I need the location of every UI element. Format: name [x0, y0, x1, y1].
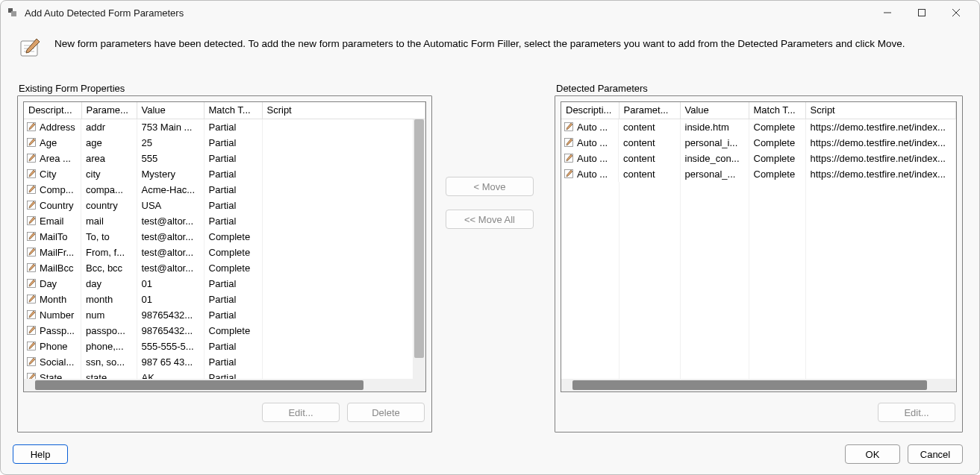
table-row-empty: [561, 198, 956, 213]
cancel-button[interactable]: Cancel: [908, 444, 963, 464]
table-row[interactable]: Auto ...contentpersonal_i...Completehttp…: [561, 135, 956, 151]
cell-value: test@altor...: [137, 260, 204, 276]
table-row[interactable]: MailFr...From, f...test@altor...Complete: [24, 245, 425, 260]
move-button[interactable]: < Move: [446, 177, 534, 196]
table-row[interactable]: MailToTo, totest@altor...Complete: [24, 229, 425, 245]
horizontal-scrollbar[interactable]: [24, 379, 425, 391]
cell-match: Partial: [204, 276, 262, 292]
table-row[interactable]: Comp...compa...Acme-Hac...Partial: [24, 182, 425, 198]
ok-button[interactable]: OK: [845, 444, 900, 464]
table-row[interactable]: Auto ...contentinside.htmCompletehttps:/…: [561, 119, 956, 135]
cell-value: 555: [137, 151, 204, 166]
table-row-empty: [561, 354, 956, 370]
maximize-button[interactable]: [905, 1, 939, 25]
table-row[interactable]: Emailmailtest@altor...Partial: [24, 213, 425, 229]
cell-description: MailFr...: [24, 245, 81, 260]
svg-rect-1: [11, 11, 16, 16]
table-row[interactable]: CountrycountryUSAPartial: [24, 198, 425, 213]
table-row[interactable]: Phonephone,...555-555-5...Partial: [24, 339, 425, 354]
close-button[interactable]: [939, 1, 973, 25]
vertical-scrollbar[interactable]: [413, 119, 425, 379]
edit-button[interactable]: Edit...: [878, 403, 955, 422]
cell-description: Address: [24, 119, 81, 135]
cell-description-text: Age: [40, 137, 57, 148]
dialog-window: Add Auto Detected Form Parameters New fo…: [0, 0, 980, 475]
help-button[interactable]: Help: [13, 444, 68, 464]
table-row-empty: [561, 245, 956, 260]
cell-match: Complete: [749, 166, 805, 182]
table-row[interactable]: Social...ssn, so...987 65 43...Partial: [24, 354, 425, 370]
table-row[interactable]: Passp...passpo...98765432...Complete: [24, 323, 425, 339]
existing-table-scroll[interactable]: Descript... Parame... Value Match T... S…: [24, 102, 425, 391]
cell-description: Month: [24, 292, 81, 307]
table-row[interactable]: Area ...area555Partial: [24, 151, 425, 166]
minimize-button[interactable]: [870, 1, 905, 25]
edit-row-icon: [26, 341, 37, 351]
cell-match: Complete: [749, 135, 805, 151]
col-match-type[interactable]: Match T...: [204, 102, 262, 119]
cell-script: [262, 354, 425, 370]
edit-row-icon: [26, 278, 37, 289]
cell-param: addr: [81, 119, 137, 135]
cell-match: Partial: [204, 213, 262, 229]
edit-row-icon: [26, 137, 37, 148]
col-match-type[interactable]: Match T...: [749, 102, 805, 119]
cell-value: 01: [137, 276, 204, 292]
cell-value: inside_con...: [680, 151, 749, 166]
existing-panel-title: Existing Form Properties: [19, 83, 432, 94]
horizontal-scrollbar[interactable]: [561, 379, 956, 391]
cell-script: [262, 323, 425, 339]
edit-row-icon: [26, 122, 37, 132]
col-parameters[interactable]: Paramet...: [619, 102, 680, 119]
cell-value: Mystery: [137, 166, 204, 182]
cell-param: compa...: [81, 182, 137, 198]
table-row[interactable]: Monthmonth01Partial: [24, 292, 425, 307]
existing-panel: Existing Form Properties Descript... Par…: [17, 68, 432, 432]
cell-description-text: Passp...: [40, 325, 75, 336]
cell-match: Complete: [204, 260, 262, 276]
cell-description: Age: [24, 135, 81, 151]
cell-description-text: Address: [40, 122, 75, 133]
cell-value: personal_...: [680, 166, 749, 182]
table-row[interactable]: Ageage25Partial: [24, 135, 425, 151]
cell-description-text: Day: [40, 278, 57, 289]
delete-button[interactable]: Delete: [347, 403, 425, 422]
cell-script: [262, 213, 425, 229]
table-row[interactable]: Auto ...contentinside_con...Completehttp…: [561, 151, 956, 166]
col-value[interactable]: Value: [137, 102, 204, 119]
move-all-button[interactable]: << Move All: [446, 210, 534, 229]
table-row[interactable]: CitycityMysteryPartial: [24, 166, 425, 182]
cell-description-text: MailTo: [40, 231, 68, 242]
cell-script: [262, 229, 425, 245]
existing-panel-box: Descript... Parame... Value Match T... S…: [17, 95, 432, 432]
table-row[interactable]: Auto ...contentpersonal_...Completehttps…: [561, 166, 956, 182]
cell-description: Country: [24, 198, 81, 213]
cell-description: Phone: [24, 339, 81, 354]
col-description[interactable]: Descript...: [24, 102, 81, 119]
cell-match: Complete: [204, 323, 262, 339]
table-row-empty: [561, 339, 956, 354]
edit-button[interactable]: Edit...: [262, 403, 340, 422]
col-parameters[interactable]: Parame...: [81, 102, 137, 119]
table-row[interactable]: Numbernum98765432...Partial: [24, 307, 425, 323]
col-description[interactable]: Descripti...: [561, 102, 619, 119]
cell-match: Complete: [204, 245, 262, 260]
cell-description-text: Country: [40, 200, 74, 211]
detected-table-scroll[interactable]: Descripti... Paramet... Value Match T...…: [561, 102, 956, 391]
col-value[interactable]: Value: [680, 102, 749, 119]
edit-row-icon: [26, 216, 37, 226]
edit-row-icon: [564, 153, 574, 163]
col-script[interactable]: Script: [262, 102, 425, 119]
cell-param: content: [619, 119, 680, 135]
cell-param: day: [81, 276, 137, 292]
cell-value: personal_i...: [680, 135, 749, 151]
table-row[interactable]: Addressaddr753 Main ...Partial: [24, 119, 425, 135]
cell-description-text: Month: [40, 294, 66, 305]
cell-value: 98765432...: [137, 307, 204, 323]
col-script[interactable]: Script: [805, 102, 956, 119]
table-row[interactable]: Dayday01Partial: [24, 276, 425, 292]
cell-match: Complete: [749, 119, 805, 135]
detected-table: Descripti... Paramet... Value Match T...…: [561, 102, 956, 386]
footer: Help OK Cancel: [1, 440, 979, 474]
table-row[interactable]: MailBccBcc, bcctest@altor...Complete: [24, 260, 425, 276]
